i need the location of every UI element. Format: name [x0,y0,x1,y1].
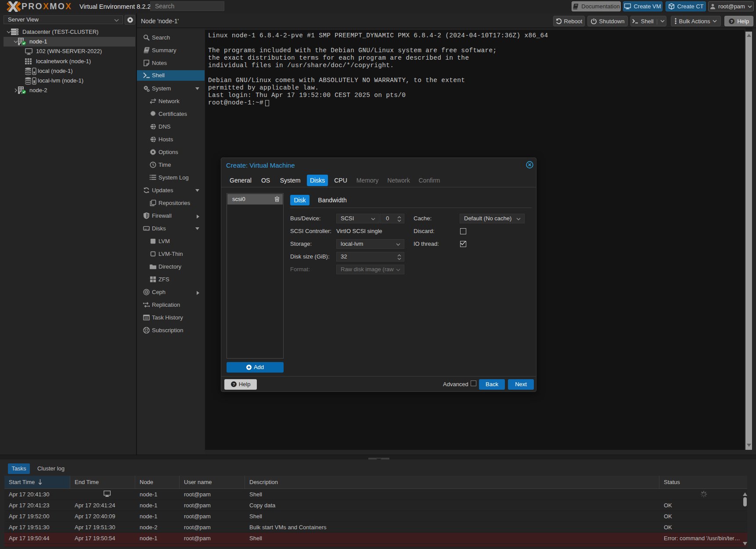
svg-text:?: ? [232,382,235,387]
svg-text:?: ? [731,19,733,23]
svg-text:PROXMOX: PROXMOX [22,1,72,11]
